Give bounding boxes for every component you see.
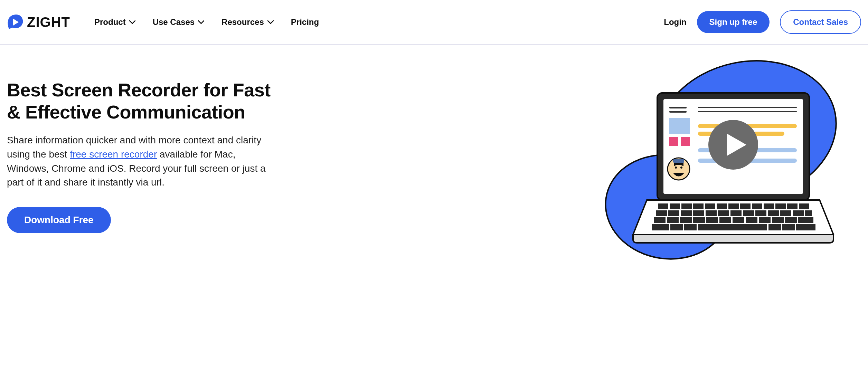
svg-rect-47 xyxy=(667,217,679,223)
svg-rect-64 xyxy=(796,224,815,230)
svg-rect-61 xyxy=(698,224,767,230)
svg-rect-21 xyxy=(670,203,680,209)
hero-title: Best Screen Recorder for Fast & Effectiv… xyxy=(7,79,276,123)
svg-rect-18 xyxy=(673,159,684,163)
svg-rect-25 xyxy=(717,203,727,209)
svg-rect-42 xyxy=(768,210,779,216)
free-screen-recorder-link[interactable]: free screen recorder xyxy=(70,149,157,160)
nav-pricing-label: Pricing xyxy=(291,17,319,27)
nav-product-label: Product xyxy=(94,17,126,27)
svg-rect-59 xyxy=(670,224,683,230)
contact-sales-button[interactable]: Contact Sales xyxy=(780,10,861,34)
svg-rect-7 xyxy=(698,111,797,112)
svg-rect-6 xyxy=(698,107,797,108)
svg-rect-52 xyxy=(733,217,744,223)
svg-rect-55 xyxy=(772,217,784,223)
svg-rect-33 xyxy=(656,210,667,216)
svg-rect-30 xyxy=(775,203,786,209)
svg-rect-12 xyxy=(681,137,690,146)
logo-icon xyxy=(7,14,23,30)
svg-rect-45 xyxy=(805,210,812,216)
nav-product[interactable]: Product xyxy=(94,17,135,27)
header: ZIGHT Product Use Cases Resources Pricin… xyxy=(0,0,868,45)
svg-rect-35 xyxy=(681,210,692,216)
svg-rect-48 xyxy=(680,217,692,223)
svg-rect-51 xyxy=(719,217,731,223)
svg-rect-31 xyxy=(787,203,798,209)
svg-rect-40 xyxy=(743,210,754,216)
nav-resources-label: Resources xyxy=(221,17,264,27)
logo[interactable]: ZIGHT xyxy=(7,14,70,30)
svg-rect-49 xyxy=(693,217,705,223)
nav-resources[interactable]: Resources xyxy=(221,17,274,27)
hero-illustration-container xyxy=(297,79,847,273)
nav-use-cases[interactable]: Use Cases xyxy=(153,17,204,27)
svg-point-17 xyxy=(680,167,682,169)
svg-rect-53 xyxy=(746,217,757,223)
svg-rect-26 xyxy=(728,203,739,209)
svg-rect-27 xyxy=(740,203,751,209)
svg-rect-37 xyxy=(706,210,717,216)
svg-rect-8 xyxy=(669,118,690,134)
svg-rect-22 xyxy=(681,203,692,209)
svg-rect-20 xyxy=(658,203,668,209)
login-link[interactable]: Login xyxy=(664,17,686,27)
chevron-down-icon xyxy=(198,20,204,24)
hero-section: Best Screen Recorder for Fast & Effectiv… xyxy=(0,45,868,286)
svg-rect-50 xyxy=(706,217,718,223)
svg-rect-57 xyxy=(798,217,813,223)
svg-rect-23 xyxy=(693,203,704,209)
hero-content: Best Screen Recorder for Fast & Effectiv… xyxy=(7,79,276,233)
svg-rect-28 xyxy=(752,203,762,209)
main-nav: Product Use Cases Resources Pricing xyxy=(94,17,319,27)
svg-rect-36 xyxy=(693,210,704,216)
svg-rect-54 xyxy=(759,217,771,223)
chevron-down-icon xyxy=(129,20,135,24)
svg-rect-44 xyxy=(793,210,804,216)
svg-rect-29 xyxy=(764,203,774,209)
svg-rect-41 xyxy=(755,210,766,216)
svg-rect-58 xyxy=(652,224,669,230)
svg-rect-46 xyxy=(654,217,666,223)
svg-rect-63 xyxy=(782,224,795,230)
svg-point-16 xyxy=(675,167,677,169)
svg-rect-11 xyxy=(669,137,678,146)
svg-rect-32 xyxy=(799,203,809,209)
laptop-illustration xyxy=(598,58,847,273)
svg-rect-62 xyxy=(768,224,781,230)
chevron-down-icon xyxy=(267,20,274,24)
header-actions: Login Sign up free Contact Sales xyxy=(664,10,861,34)
svg-rect-43 xyxy=(780,210,791,216)
svg-rect-5 xyxy=(669,111,687,113)
logo-text: ZIGHT xyxy=(27,15,70,30)
svg-rect-4 xyxy=(669,107,687,108)
svg-rect-56 xyxy=(785,217,797,223)
download-free-button[interactable]: Download Free xyxy=(7,207,111,233)
svg-rect-38 xyxy=(718,210,729,216)
nav-use-cases-label: Use Cases xyxy=(153,17,195,27)
signup-button[interactable]: Sign up free xyxy=(697,11,770,33)
svg-rect-24 xyxy=(705,203,715,209)
svg-rect-60 xyxy=(684,224,697,230)
hero-description: Share information quicker and with more … xyxy=(7,133,276,189)
nav-pricing[interactable]: Pricing xyxy=(291,17,319,27)
svg-rect-39 xyxy=(730,210,742,216)
svg-rect-34 xyxy=(668,210,679,216)
